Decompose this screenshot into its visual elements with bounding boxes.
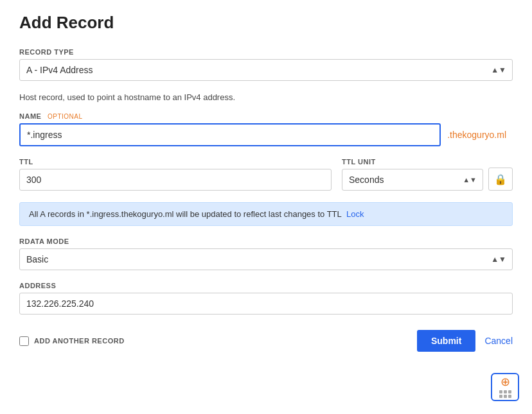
name-input-wrapper [19, 123, 441, 146]
ttl-unit-select-wrapper: SecondsMinutesHoursDays ▲▼ [342, 169, 483, 191]
cancel-link[interactable]: Cancel [484, 336, 513, 346]
address-label: ADDRESS [19, 282, 513, 289]
add-another-checkbox[interactable] [19, 336, 29, 346]
info-banner-text: All A records in *.ingress.thekoguryo.ml… [29, 209, 341, 219]
record-type-label: RECORD TYPE [19, 48, 513, 56]
name-optional-label: OPTIONAL [48, 113, 83, 120]
ttl-input[interactable] [19, 169, 332, 191]
ttl-unit-select[interactable]: SecondsMinutesHoursDays [342, 169, 483, 191]
rdata-mode-select[interactable]: BasicAdvanced [19, 248, 513, 270]
add-another-label[interactable]: ADD ANOTHER RECORD [19, 336, 125, 346]
record-type-select-wrapper: A - IPv4 AddressAAAA - IPv6 AddressCNAME… [19, 59, 513, 81]
name-label: NAME OPTIONAL [19, 112, 513, 120]
ttl-unit-label: TTL UNIT [342, 158, 483, 166]
address-section: ADDRESS [19, 282, 513, 315]
address-input[interactable] [19, 293, 513, 315]
record-description: Host record, used to point a hostname to… [19, 92, 513, 102]
record-type-select[interactable]: A - IPv4 AddressAAAA - IPv6 AddressCNAME… [19, 59, 513, 81]
ttl-label: TTL [19, 158, 332, 166]
rdata-mode-label: RDATA MODE [19, 237, 513, 245]
add-another-text: ADD ANOTHER RECORD [34, 337, 125, 345]
lock-link[interactable]: Lock [346, 209, 364, 219]
rdata-mode-select-wrapper: BasicAdvanced ▲▼ [19, 248, 513, 270]
lock-icon: 🔒 [494, 173, 507, 185]
lock-button[interactable]: 🔒 [488, 168, 513, 191]
help-life-ring-icon: ⊕ [501, 376, 510, 388]
ttl-left: TTL [19, 158, 332, 191]
help-dots-icon [499, 390, 511, 398]
record-type-section: RECORD TYPE A - IPv4 AddressAAAA - IPv6 … [19, 48, 513, 81]
name-row: .thekoguryo.ml [19, 123, 513, 146]
info-banner: All A records in *.ingress.thekoguryo.ml… [19, 202, 513, 226]
name-input[interactable] [19, 123, 441, 146]
bottom-row: ADD ANOTHER RECORD Submit Cancel [19, 330, 513, 352]
submit-button[interactable]: Submit [417, 330, 475, 352]
page-title: Add Record [19, 13, 513, 33]
rdata-mode-section: RDATA MODE BasicAdvanced ▲▼ [19, 237, 513, 270]
ttl-unit-wrapper: TTL UNIT SecondsMinutesHoursDays ▲▼ [342, 158, 483, 191]
name-section: NAME OPTIONAL .thekoguryo.ml [19, 112, 513, 146]
ttl-section: TTL TTL UNIT SecondsMinutesHoursDays ▲▼ … [19, 158, 513, 191]
help-button[interactable]: ⊕ [491, 373, 519, 401]
domain-suffix: .thekoguryo.ml [441, 125, 513, 145]
action-buttons: Submit Cancel [417, 330, 513, 352]
ttl-right: TTL UNIT SecondsMinutesHoursDays ▲▼ 🔒 [342, 158, 513, 191]
